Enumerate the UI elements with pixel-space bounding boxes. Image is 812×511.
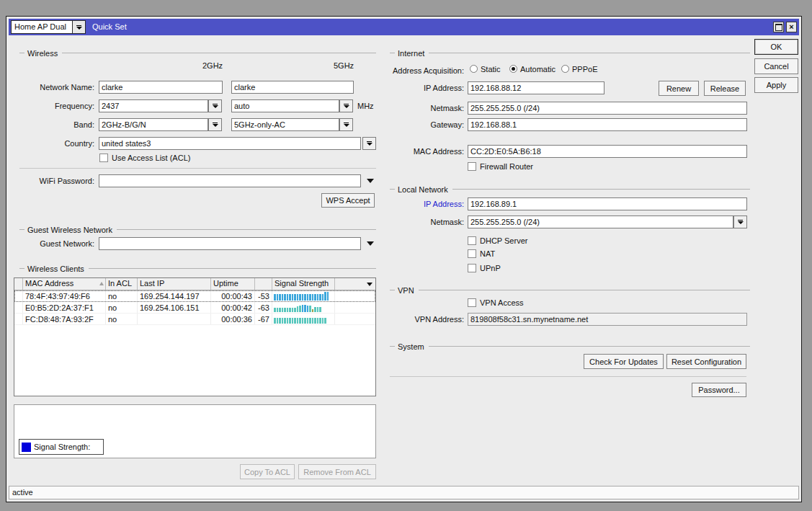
caret-down-icon[interactable] [367, 179, 374, 183]
ok-button[interactable]: OK [754, 39, 798, 55]
mac-address-label: MAC Address: [381, 146, 464, 156]
cell-uptime: 00:00:43 [211, 290, 255, 301]
radio-pppoe[interactable] [561, 65, 569, 73]
frequency-2ghz-input[interactable]: 2437 [99, 99, 208, 112]
apply-button[interactable]: Apply [754, 77, 798, 93]
header-in-acl[interactable]: In ACL [106, 278, 138, 290]
wireless-clients-table[interactable]: MAC Address In ACL Last IP Uptime Signal… [14, 277, 376, 396]
radio-automatic[interactable] [509, 65, 517, 73]
cell-mac-address: FC:D8:48:7A:93:2F [23, 314, 106, 324]
row-select [14, 290, 23, 301]
frequency-2ghz-dropdown-button[interactable] [208, 99, 222, 112]
check-for-updates-button[interactable]: Check For Updates [584, 354, 664, 369]
signal-chart-panel: Signal Strength: [14, 404, 376, 458]
frequency-5ghz-dropdown-button[interactable] [339, 99, 353, 112]
table-row[interactable]: FC:D8:48:7A:93:2Fno00:00:36-67 [14, 314, 375, 325]
internet-ip-field[interactable]: 192.168.88.12 [468, 81, 604, 94]
header-uptime[interactable]: Uptime [211, 278, 255, 290]
radio-static-label[interactable]: Static [481, 65, 501, 74]
wireless-separator [19, 168, 376, 169]
cell-in-acl: no [106, 314, 138, 324]
signal-strength-bars [272, 290, 335, 301]
nat-checkbox[interactable] [468, 249, 476, 258]
band-5ghz-dropdown-button[interactable] [339, 118, 353, 131]
password-button[interactable]: Password... [692, 383, 746, 397]
vpn-address-field: 819808f58c31.sn.mynetname.net [468, 313, 747, 326]
header-signal-value[interactable] [255, 278, 272, 290]
local-netmask-field[interactable]: 255.255.255.0 (/24) [468, 215, 733, 228]
band-2ghz-input[interactable]: 2GHz-B/G/N [99, 118, 208, 131]
header-last-ip[interactable]: Last IP [138, 278, 211, 290]
wps-accept-button[interactable]: WPS Accept [321, 193, 375, 208]
remove-from-acl-button[interactable]: Remove From ACL [298, 464, 376, 479]
row-fill [335, 290, 375, 301]
internet-ip-label: IP Address: [381, 83, 464, 93]
dropdown-arrow-icon [344, 104, 349, 108]
mode-selector[interactable]: Home AP Dual [11, 20, 86, 34]
radio-automatic-label[interactable]: Automatic [520, 65, 556, 74]
cell-last-ip: 169.254.106.151 [138, 302, 211, 313]
band-5ghz-input[interactable]: 5GHz-only-AC [231, 118, 339, 131]
local-network-section-header: Local Network [390, 185, 750, 194]
vpn-section-header: VPN [390, 285, 750, 295]
local-ip-field[interactable]: 192.168.89.1 [468, 197, 747, 210]
row-fill [335, 302, 375, 313]
quickset-window: Home AP Dual Quick Set × Wireless 2GHz 5… [6, 16, 802, 502]
vpn-access-label: VPN Access [480, 298, 524, 308]
renew-button[interactable]: Renew [659, 81, 699, 96]
address-acquisition-label: Address Acquisition: [370, 66, 464, 76]
network-name-2ghz-input[interactable]: clarke [99, 81, 223, 94]
header-column-chooser[interactable] [335, 278, 375, 290]
internet-gateway-field[interactable]: 192.168.88.1 [468, 118, 747, 131]
column-header-5ghz: 5GHz [334, 61, 354, 70]
status-text: active [12, 488, 33, 497]
band-2ghz-dropdown-button[interactable] [208, 118, 222, 131]
window-title: Quick Set [92, 19, 127, 35]
cell-in-acl: no [106, 290, 138, 301]
radio-static[interactable] [470, 65, 478, 73]
signal-legend: Signal Strength: [19, 439, 104, 455]
local-ip-label: IP Address: [381, 199, 464, 209]
vpn-address-label: VPN Address: [381, 314, 464, 324]
wifi-password-input[interactable] [99, 174, 361, 187]
caret-down-icon[interactable] [367, 241, 374, 246]
internet-gateway-label: Gateway: [381, 120, 464, 130]
header-mac-address[interactable]: MAC Address [23, 278, 106, 290]
maximize-button[interactable] [773, 22, 784, 32]
header-select-column[interactable] [14, 278, 23, 290]
dhcp-server-checkbox[interactable] [468, 236, 476, 245]
release-button[interactable]: Release [704, 81, 746, 96]
local-netmask-label: Netmask: [381, 217, 464, 227]
dropdown-arrow-icon[interactable] [72, 20, 86, 34]
header-signal-strength[interactable]: Signal Strength [272, 278, 335, 290]
firewall-router-checkbox[interactable] [468, 162, 476, 171]
reset-configuration-button[interactable]: Reset Configuration [666, 354, 746, 369]
close-icon: × [789, 23, 793, 31]
frequency-5ghz-input[interactable]: auto [231, 99, 339, 112]
table-row[interactable]: 78:4F:43:97:49:F6no169.254.144.19700:00:… [14, 290, 375, 302]
cell-signal-value: -63 [255, 302, 272, 313]
internet-netmask-field[interactable]: 255.255.255.0 (/24) [468, 102, 747, 115]
signal-strength-swatch [22, 443, 31, 452]
copy-to-acl-button[interactable]: Copy To ACL [240, 464, 295, 479]
network-name-label: Network Name: [14, 82, 94, 92]
close-button[interactable]: × [786, 22, 797, 32]
upnp-checkbox[interactable] [468, 264, 476, 272]
country-input[interactable]: united states3 [99, 137, 361, 150]
use-acl-checkbox[interactable] [99, 154, 108, 162]
dropdown-arrow-icon [367, 141, 372, 146]
table-row[interactable]: E0:B5:2D:2A:37:F1no169.254.106.15100:00:… [14, 302, 375, 314]
country-dropdown-button[interactable] [362, 137, 376, 150]
clients-table-body: 78:4F:43:97:49:F6no169.254.144.19700:00:… [14, 290, 375, 325]
local-netmask-dropdown-button[interactable] [733, 215, 747, 228]
vpn-access-checkbox[interactable] [468, 298, 476, 307]
mac-address-field[interactable]: CC:2D:E0:5A:B6:18 [468, 145, 747, 158]
cancel-button[interactable]: Cancel [754, 58, 798, 74]
guest-network-input[interactable] [99, 237, 361, 250]
dropdown-arrow-glyph [76, 25, 82, 30]
network-name-5ghz-input[interactable]: clarke [231, 81, 354, 94]
maximize-icon [775, 24, 782, 31]
radio-pppoe-label[interactable]: PPPoE [572, 65, 597, 74]
signal-legend-label: Signal Strength: [34, 443, 90, 451]
mode-selector-value[interactable]: Home AP Dual [11, 20, 72, 34]
